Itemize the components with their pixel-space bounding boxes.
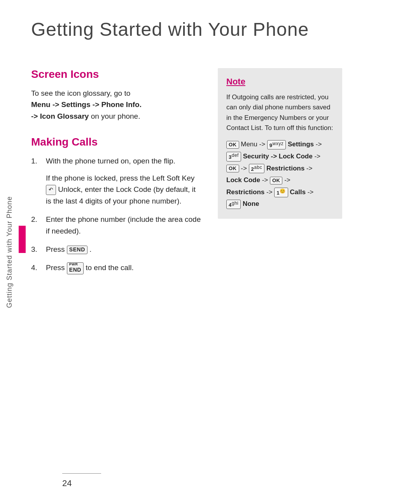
step-2: 2. Enter the phone number (include the a… [31,214,202,237]
two-column-layout: Screen Icons To see the icon glossary, g… [31,54,420,281]
note-nav-arrow2: -> [284,176,290,184]
side-label: Getting Started with Your Phone [0,0,19,504]
note-nav-line3: OK -> 2abc Restrictions -> [226,163,334,175]
note-nav-menu: Menu -> [241,140,267,148]
step-4: 4. Press PWREND to end the call. [31,262,202,274]
note-nav-line5: Restrictions -> 1😊 Calls -> [226,186,334,198]
note-box: Note If Outgoing calls are restricted, y… [218,68,342,219]
main-content: Getting Started with Your Phone Screen I… [31,0,420,504]
step-4-suffix: to end the call. [86,263,134,272]
note-nav-lockcode: Lock Code -> [226,176,270,184]
note-nav-line6: 4ghi None [226,198,334,210]
ok-key-1: OK [226,141,239,149]
one-key: 1😊 [274,188,288,197]
page-number-area: 24 [62,473,404,488]
screen-icons-nav1: Menu -> Settings -> Phone Info. [31,100,142,109]
note-nav-arrow1: -> [241,165,248,172]
step-1-body: With the phone turned on, open the flip.… [46,155,202,207]
step-4-num: 4. [31,262,42,274]
page-divider [62,473,101,474]
note-nav-restrictions1: Restrictions -> [266,165,313,172]
step-1: 1. With the phone turned on, open the fl… [31,155,202,207]
right-column: Note If Outgoing calls are restricted, y… [218,68,342,281]
step-4-body: Press PWREND to end the call. [46,262,202,274]
accent-bar [19,226,26,253]
step-1-sub: If the phone is locked, press the Left S… [46,172,202,207]
note-nav-line1: OK Menu -> 9wxyz Settings -> [226,139,334,151]
note-nav-restrictions2: Restrictions -> [226,188,274,196]
step-2-num: 2. [31,214,42,237]
note-nav-calls: Calls -> [290,188,313,196]
step-1-num: 1. [31,155,42,207]
screen-icons-body: To see the icon glossary, go to Menu -> … [31,88,202,122]
step-2-text: Enter the phone number (include the area… [46,215,201,235]
page-title: Getting Started with Your Phone [31,0,420,54]
step-2-body: Enter the phone number (include the area… [46,214,202,237]
step-3-body: Press SEND . [46,244,202,255]
two-key: 2abc [249,164,265,174]
step-3-prefix: Press [46,245,67,253]
step-3-num: 3. [31,244,42,255]
note-nav-line4: Lock Code -> OK -> [226,174,334,186]
four-key: 4ghi [226,200,241,209]
send-key: SEND [67,246,88,254]
step-4-prefix: Press [46,263,67,272]
ok-key-2: OK [226,165,239,172]
note-nav: OK Menu -> 9wxyz Settings -> 3def Securi… [226,139,334,210]
note-heading: Note [226,77,334,87]
step-1-text: With the phone turned on, open the flip. [46,157,175,165]
screen-icons-heading: Screen Icons [31,68,202,81]
screen-icons-body-text: To see the icon glossary, go to [31,89,130,97]
making-calls-heading: Making Calls [31,136,202,148]
screen-icons-section: Screen Icons To see the icon glossary, g… [31,68,202,122]
note-nav-security: Security -> Lock Code -> [243,153,320,160]
step-3: 3. Press SEND . [31,244,202,255]
side-label-text: Getting Started with Your Phone [5,196,14,308]
screen-icons-nav2: -> Icon Glossary [31,112,89,120]
note-nav-settings: Settings -> [288,140,322,148]
note-nav-line2: 3def Security -> Lock Code -> [226,151,334,163]
end-key: PWREND [67,262,84,274]
ok-key-3: OK [270,177,283,184]
note-body-text: If Outgoing calls are restricted, you ca… [226,92,334,133]
step-3-suffix: . [89,245,91,253]
three-key: 3def [226,152,241,162]
page-number: 24 [62,478,72,488]
left-column: Screen Icons To see the icon glossary, g… [31,68,202,281]
note-nav-none: None [243,200,259,207]
nine-key: 9wxyz [267,140,286,150]
soft-key-icon: ↶ [46,185,56,195]
making-calls-section: Making Calls 1. With the phone turned on… [31,136,202,274]
screen-icons-nav-suffix: on your phone. [91,112,140,120]
